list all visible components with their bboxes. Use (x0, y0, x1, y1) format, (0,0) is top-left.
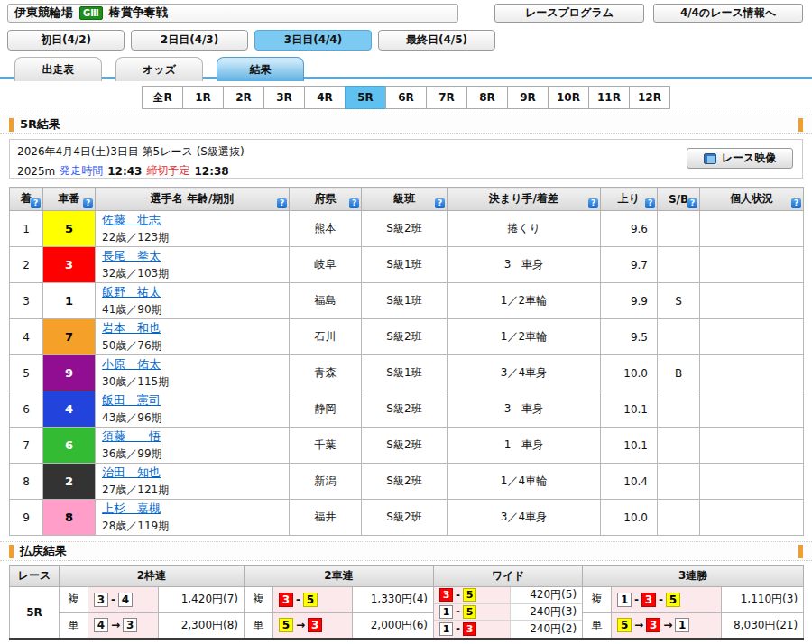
r-tab-3[interactable]: 3R (263, 86, 305, 109)
r-tab-10[interactable]: 10R (548, 86, 589, 109)
tab-start-list[interactable]: 出走表 (14, 57, 102, 81)
wide-combo: 1-5 (434, 604, 511, 621)
rider-link[interactable]: 治田 知也 (102, 465, 161, 479)
result-row: 1 5 佐藤 壮志22歳／123期 熊本 S級2班 捲くり 9.6 (10, 211, 804, 247)
sanrensho-tan-price: 8,030円(21) (722, 612, 804, 639)
r-tab-6[interactable]: 6R (385, 86, 427, 109)
venue-name: 伊東競輪場 (14, 5, 73, 21)
rider-link[interactable]: 上杉 嘉槻 (102, 501, 161, 515)
class-cell: S級1班 (362, 355, 448, 391)
rider-link[interactable]: 須藤 悟 (102, 429, 161, 443)
col-header-car: 車番? (43, 188, 96, 211)
race-video-button[interactable]: レース映像 (687, 148, 793, 169)
car-number-tile: 3 (439, 588, 453, 602)
help-icon[interactable]: ? (435, 198, 445, 208)
help-icon[interactable]: ? (687, 198, 697, 208)
sanrensho-tan-combo: 5→3→1 (612, 612, 722, 639)
status-cell (700, 355, 804, 391)
r-tab-5-active[interactable]: 5R (345, 86, 386, 109)
bet-type-label: 複 (583, 587, 612, 613)
status-cell (700, 283, 804, 319)
lap-time-cell: 10.1 (601, 391, 658, 428)
col-header-sb: S/B? (658, 188, 700, 211)
r-tab-all[interactable]: 全R (142, 86, 183, 109)
r-tab-2[interactable]: 2R (223, 86, 264, 109)
rank-cell: 9 (10, 500, 43, 536)
tab-odds[interactable]: オッズ (115, 57, 203, 81)
help-icon[interactable]: ? (645, 198, 655, 208)
rider-cell: 飯野 祐太41歳／90期 (96, 283, 290, 319)
car-number-tile: 5 (303, 593, 318, 607)
sb-cell: B (658, 355, 700, 391)
race-program-button[interactable]: レースプログラム (494, 4, 644, 23)
help-icon[interactable]: ? (83, 198, 93, 208)
status-cell (700, 391, 804, 428)
wide-combo: 3-5 (434, 587, 511, 603)
lap-time-cell: 10.1 (601, 428, 658, 464)
help-icon[interactable]: ? (791, 198, 801, 208)
race-date-line: 2026年4月4日(土)3日目 第5レース (S級選抜) (17, 144, 795, 160)
prefecture-cell: 千葉 (290, 428, 362, 464)
r-tab-4[interactable]: 4R (304, 86, 346, 109)
combo-separator: → (634, 619, 643, 631)
race-info-button[interactable]: 4/4のレース情報へ (653, 4, 803, 23)
r-tab-9[interactable]: 9R (507, 86, 549, 109)
help-icon[interactable]: ? (588, 198, 598, 208)
wide-price: 420円(5) (511, 587, 582, 603)
margin-cell: 1／2車輪 (448, 283, 601, 319)
results-section-title: 5R結果 (20, 116, 60, 133)
day-tabs: 初日(4/2) 2日目(4/3) 3日目(4/4) 最終日(4/5) (0, 23, 812, 51)
r-tab-8[interactable]: 8R (466, 86, 508, 109)
accent-bar-right (798, 118, 803, 132)
rider-link[interactable]: 長尾 拳太 (102, 249, 161, 262)
help-icon[interactable]: ? (277, 198, 287, 208)
help-icon[interactable]: ? (31, 198, 41, 208)
rider-link[interactable]: 佐藤 壮志 (102, 213, 161, 226)
col-header-prefecture: 府県? (290, 188, 362, 211)
tab-results[interactable]: 結果 (217, 57, 304, 81)
race-number-tabs: 全R 1R 2R 3R 4R 5R 6R 7R 8R 9R 10R 11R 12… (0, 86, 812, 109)
car-number-cell: 3 (43, 247, 96, 283)
r-tab-11[interactable]: 11R (588, 86, 630, 109)
car-number-cell: 6 (43, 428, 96, 464)
wide-combo: 1-3 (434, 621, 511, 638)
margin-cell: 1 車身 (448, 428, 601, 464)
payout-section-title: 払戻結果 (20, 543, 67, 559)
lap-time-cell: 10.4 (601, 464, 658, 500)
rider-cell: 岩本 和也50歳／76期 (96, 319, 290, 355)
col-header-rank: 着? (10, 188, 43, 211)
results-section-header: 5R結果 (0, 115, 812, 134)
day-tab-4[interactable]: 最終日(4/5) (378, 30, 495, 51)
class-cell: S級1班 (362, 283, 448, 319)
prefecture-cell: 新潟 (290, 464, 362, 500)
rider-link[interactable]: 岩本 和也 (102, 321, 161, 335)
rider-age-period: 43歳／96期 (102, 410, 289, 426)
car-number-tile: 5 (617, 618, 632, 632)
combo-separator: - (456, 605, 460, 618)
rider-age-period: 41歳／90期 (102, 302, 289, 317)
r-tab-7[interactable]: 7R (426, 86, 467, 109)
help-icon[interactable]: ? (349, 198, 359, 208)
combo-separator: - (634, 593, 639, 606)
rider-link[interactable]: 小原 佑太 (102, 357, 161, 371)
class-cell: S級2班 (362, 211, 448, 247)
day-tab-3-active[interactable]: 3日目(4/4) (254, 30, 372, 51)
car-number-cell: 1 (43, 283, 96, 319)
result-row: 5 9 小原 佑太30歳／115期 青森 S級1班 3／4車身 10.0 B (10, 355, 804, 391)
r-tab-12[interactable]: 12R (629, 86, 670, 109)
day-tab-1[interactable]: 初日(4/2) (7, 30, 125, 51)
rank-cell: 6 (10, 391, 43, 428)
payout-col-wide: ワイド (434, 566, 583, 587)
car-number-cell: 4 (43, 391, 96, 428)
day-tab-2[interactable]: 2日目(4/3) (131, 30, 248, 51)
status-cell (700, 500, 804, 536)
rider-link[interactable]: 飯野 祐太 (102, 285, 161, 299)
combo-separator: → (296, 619, 305, 631)
rider-link[interactable]: 飯田 憲司 (102, 393, 161, 407)
rider-age-period: 28歳／119期 (102, 519, 289, 534)
car-number-cell: 8 (43, 500, 96, 536)
r-tab-1[interactable]: 1R (182, 86, 224, 109)
sb-cell (658, 391, 700, 428)
car-number-cell: 7 (43, 319, 96, 355)
race-distance: 2025m (17, 165, 55, 178)
